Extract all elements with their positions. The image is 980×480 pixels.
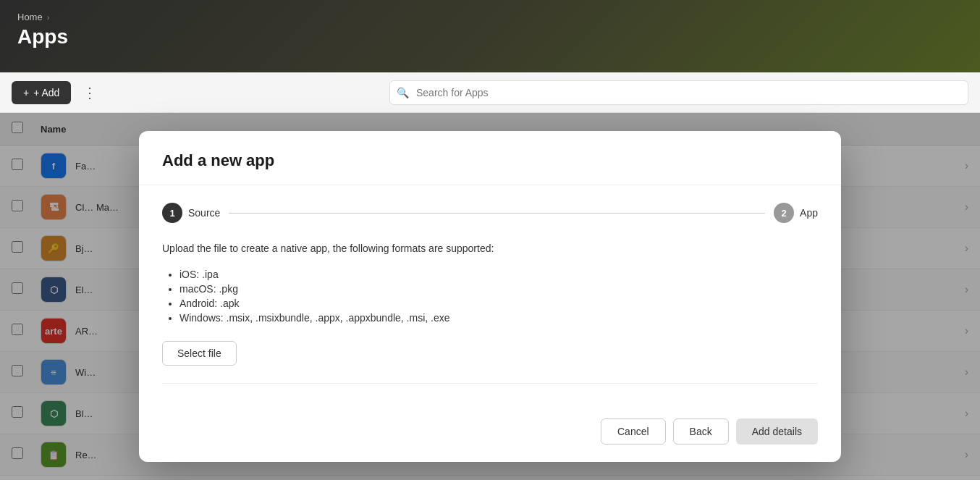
step-2-circle: 2 xyxy=(774,203,794,223)
dialog-body: 1 Source 2 App Upload the file to create… xyxy=(139,185,841,418)
add-details-button[interactable]: Add details xyxy=(736,418,818,445)
add-button-label: + Add xyxy=(33,87,59,98)
steps-line xyxy=(229,213,765,214)
modal-overlay: Add a new app 1 Source 2 xyxy=(0,113,980,480)
upload-description: Upload the file to create a native app, … xyxy=(162,240,818,256)
dialog-divider xyxy=(162,383,818,384)
add-button[interactable]: + + Add xyxy=(12,81,71,104)
search-icon: 🔍 xyxy=(397,87,409,98)
format-list: iOS: .ipamacOS: .pkgAndroid: .apkWindows… xyxy=(162,269,818,324)
step-2-label: App xyxy=(800,207,818,219)
step-1-label: Source xyxy=(188,207,220,219)
format-item: macOS: .pkg xyxy=(179,283,818,295)
breadcrumb: Home › xyxy=(17,12,963,22)
format-item: Android: .apk xyxy=(179,298,818,309)
breadcrumb-home[interactable]: Home xyxy=(17,12,43,22)
steps-row: 1 Source 2 App xyxy=(162,203,818,223)
step-2: 2 App xyxy=(774,203,818,223)
back-button[interactable]: Back xyxy=(673,418,729,445)
breadcrumb-chevron-icon: › xyxy=(47,13,50,22)
search-input[interactable] xyxy=(389,80,968,105)
select-file-button[interactable]: Select file xyxy=(162,341,237,366)
plus-icon: + xyxy=(23,87,29,98)
add-app-dialog: Add a new app 1 Source 2 xyxy=(139,131,841,461)
more-dots-icon: ⋮ xyxy=(83,85,97,101)
search-bar: 🔍 xyxy=(389,80,968,105)
step-1: 1 Source xyxy=(162,203,220,223)
dialog-header: Add a new app xyxy=(139,131,841,185)
more-options-button[interactable]: ⋮ xyxy=(77,81,103,104)
format-item: iOS: .ipa xyxy=(179,269,818,280)
format-item: Windows: .msix, .msixbundle, .appx, .app… xyxy=(179,312,818,324)
cancel-button[interactable]: Cancel xyxy=(601,418,666,445)
dialog-title: Add a new app xyxy=(162,151,818,170)
step-2-number: 2 xyxy=(781,208,786,219)
step-1-number: 1 xyxy=(169,208,174,219)
step-1-circle: 1 xyxy=(162,203,182,223)
dialog-footer: Cancel Back Add details xyxy=(139,418,841,462)
toolbar: + + Add ⋮ 🔍 xyxy=(0,72,980,113)
page-header: Home › Apps xyxy=(0,0,980,72)
page-title: Apps xyxy=(17,25,963,49)
table-area: Name f Fa… › 🏗 Cl… Ma… › 🔑 Bj… › xyxy=(0,113,980,480)
